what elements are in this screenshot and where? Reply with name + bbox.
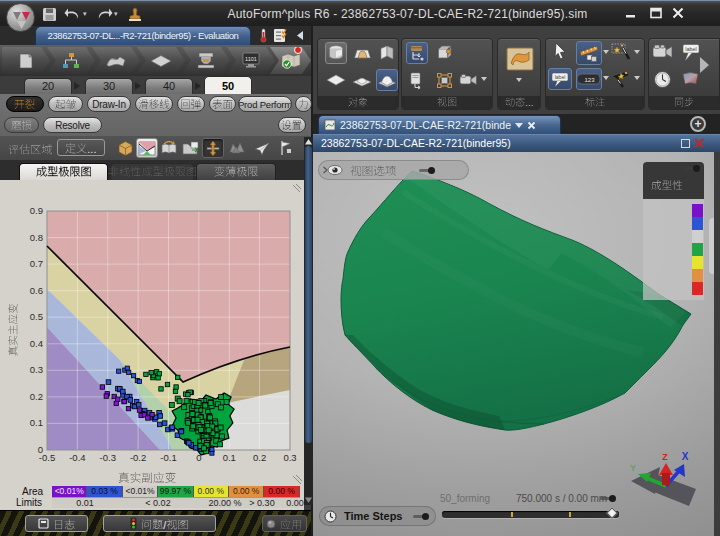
view-window-titlebar[interactable]: 23862753-07-DL-CAE-R2-721(binder95) bbox=[313, 134, 720, 152]
autoform-logo-icon[interactable] bbox=[6, 3, 35, 32]
fit-view-icon[interactable] bbox=[433, 69, 455, 91]
view-options-pill[interactable] bbox=[318, 160, 469, 180]
section-icon[interactable] bbox=[202, 138, 224, 158]
evaluation-panel: 23862753-07-DL...-R2-721(binder95) - Eva… bbox=[0, 26, 313, 536]
time-steps-toggle[interactable] bbox=[413, 515, 427, 518]
result-pill-prodperform[interactable]: Prod Perform bbox=[238, 96, 292, 112]
camera-view-icon[interactable] bbox=[458, 69, 480, 91]
result-pill-skidlines[interactable] bbox=[135, 96, 173, 112]
view-restore-button[interactable] bbox=[681, 139, 690, 148]
checklist-icon[interactable] bbox=[273, 28, 288, 43]
scrollbar-thumb[interactable] bbox=[305, 146, 312, 443]
left-panel-scrollbar[interactable] bbox=[304, 137, 313, 505]
result-pill-force[interactable] bbox=[295, 96, 312, 112]
define-button[interactable]: ... bbox=[57, 139, 105, 156]
ribbon-overflow-icon[interactable] bbox=[697, 56, 711, 74]
tab-view-window[interactable]: 23862753-07-DL-CAE-R2-721(binde bbox=[318, 115, 561, 134]
workflow-step-machine-icon[interactable]: 1101 bbox=[227, 47, 275, 74]
log-button[interactable] bbox=[25, 515, 88, 532]
time-display-toggle[interactable] bbox=[600, 497, 614, 500]
svg-text:.: . bbox=[528, 97, 531, 108]
result-pill-cracks[interactable] bbox=[6, 96, 44, 112]
stage-tab-50[interactable]: 50 bbox=[204, 76, 252, 94]
wrinkles-view-icon[interactable] bbox=[226, 138, 248, 158]
solid-cube-icon[interactable] bbox=[114, 138, 136, 158]
workflow-step-input-icon[interactable] bbox=[2, 47, 50, 74]
issues-views-button[interactable]: / bbox=[103, 515, 216, 532]
measure-dropdown-icon[interactable] bbox=[603, 50, 609, 54]
workflow-step-results-icon[interactable] bbox=[270, 47, 311, 74]
fld-chart[interactable]: -0.5-0.4-0.3-0.2-0.100.10.20.300.10.20.3… bbox=[0, 180, 304, 510]
die-face-icon[interactable] bbox=[351, 42, 373, 64]
add-view-button[interactable]: + bbox=[690, 116, 706, 132]
view-close-button[interactable] bbox=[693, 136, 705, 150]
result-pill-wear[interactable] bbox=[4, 117, 39, 133]
apply-button[interactable] bbox=[262, 515, 307, 532]
value-dropdown-icon[interactable] bbox=[603, 76, 609, 80]
stage-tab-40[interactable]: 40 bbox=[145, 78, 193, 94]
wand2-dropdown-icon[interactable] bbox=[634, 76, 640, 80]
time-value-label: 750.000 s / 0.00 mm bbox=[516, 493, 607, 504]
dynamic-dropdown-icon[interactable] bbox=[516, 78, 522, 82]
bending-curve-icon[interactable] bbox=[158, 138, 180, 158]
workflow-step-tools-icon[interactable] bbox=[92, 47, 140, 74]
clock-icon[interactable] bbox=[653, 70, 672, 89]
viewport-3d[interactable]: Z X Y 50_forming 750.000 s / 0.00 mm Tim… bbox=[313, 152, 720, 536]
wand-dropdown-icon[interactable] bbox=[634, 50, 640, 54]
dynamic-section-icon[interactable] bbox=[505, 44, 535, 74]
wand2-tool-icon[interactable] bbox=[610, 68, 632, 90]
stage-tab-30[interactable]: 30 bbox=[85, 78, 133, 94]
workflow-step-process-icon[interactable] bbox=[47, 47, 95, 74]
result-tab-thinning[interactable] bbox=[196, 163, 276, 180]
view-options-toggle[interactable] bbox=[419, 169, 433, 172]
flat-blank-icon[interactable] bbox=[325, 69, 347, 91]
svg-text:-0.1: -0.1 bbox=[160, 452, 176, 463]
wand-tool-icon[interactable] bbox=[610, 42, 632, 64]
result-pill-wrinkles[interactable] bbox=[48, 96, 83, 112]
stage-separator-icon bbox=[195, 82, 201, 90]
collapse-left-icon[interactable] bbox=[295, 30, 305, 41]
time-slider[interactable] bbox=[442, 511, 619, 518]
formed-part-icon[interactable] bbox=[376, 69, 398, 91]
view-tree-icon[interactable] bbox=[406, 42, 428, 64]
flag-view-icon[interactable] bbox=[274, 138, 296, 158]
select-cursor-icon[interactable] bbox=[552, 42, 569, 61]
result-pill-resolve[interactable]: Resolve bbox=[43, 117, 102, 133]
area-cell-splits: <0.01% bbox=[52, 486, 87, 497]
time-steps-pill[interactable]: Time Steps bbox=[319, 506, 436, 526]
result-tab-nonlinear-fld[interactable] bbox=[110, 163, 194, 180]
part-pages-icon[interactable] bbox=[376, 42, 398, 64]
blank-tool-icon[interactable] bbox=[325, 42, 347, 64]
view-export-icon[interactable] bbox=[406, 69, 428, 91]
tab-evaluation[interactable]: 23862753-07-DL...-R2-721(binder95) - Eva… bbox=[35, 26, 251, 45]
low-dome-icon[interactable] bbox=[351, 69, 373, 91]
svg-text:0.3: 0.3 bbox=[30, 364, 43, 375]
close-button[interactable] bbox=[671, 6, 687, 20]
result-tab-fld[interactable] bbox=[19, 163, 108, 180]
workflow-step-blank-icon[interactable] bbox=[137, 47, 185, 74]
dart-view-icon[interactable] bbox=[250, 138, 272, 158]
label-tool-icon[interactable]: label bbox=[548, 68, 572, 90]
measure-tool-icon[interactable] bbox=[576, 41, 602, 65]
fld-view-icon[interactable] bbox=[136, 138, 158, 158]
view-tab-dropdown-icon[interactable] bbox=[515, 123, 523, 128]
thermometer-icon[interactable] bbox=[259, 28, 268, 43]
workflow-step-press-icon[interactable] bbox=[182, 47, 230, 74]
value-tool-text: 123 bbox=[584, 77, 595, 83]
settings-button[interactable] bbox=[278, 117, 306, 133]
record-camera-icon[interactable] bbox=[652, 44, 675, 60]
value-label-icon[interactable]: 123 bbox=[576, 68, 602, 90]
stage-tab-20[interactable]: 20 bbox=[24, 78, 72, 94]
result-pill-drawin[interactable]: Draw-In bbox=[87, 96, 131, 112]
export-view-icon[interactable] bbox=[180, 138, 202, 158]
result-pill-springback[interactable] bbox=[177, 96, 205, 112]
maximize-button[interactable] bbox=[649, 6, 665, 20]
minimize-button[interactable] bbox=[625, 6, 641, 20]
orientation-triad[interactable]: Z X Y bbox=[630, 451, 696, 506]
scene-cube-icon[interactable] bbox=[433, 42, 455, 64]
legend-toggle[interactable] bbox=[684, 167, 698, 170]
result-pill-surface[interactable] bbox=[209, 96, 236, 112]
view-tab-close-icon[interactable] bbox=[527, 121, 536, 130]
camera-dropdown-icon[interactable] bbox=[481, 77, 487, 81]
svg-text:0: 0 bbox=[196, 452, 201, 463]
